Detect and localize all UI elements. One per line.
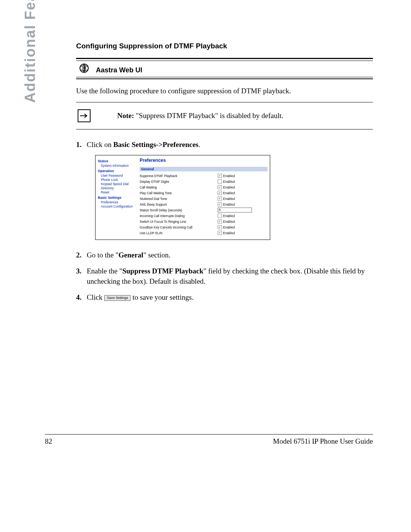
- checkbox[interactable]: ✓: [218, 225, 222, 229]
- nav-item[interactable]: System Information: [101, 164, 136, 168]
- preferences-screenshot: Status System Information Operation User…: [95, 155, 270, 240]
- step-bold: Suppress DTMF Playback: [122, 267, 203, 275]
- nav-item[interactable]: Reset: [101, 190, 136, 194]
- enabled-label: Enabled: [223, 225, 235, 229]
- checkbox[interactable]: ✓: [218, 185, 222, 189]
- enabled-label: Enabled: [223, 203, 235, 206]
- pref-row-control: ✓Enabled: [218, 225, 235, 229]
- screenshot-title: Preferences: [140, 158, 268, 163]
- step-body: Click on Basic Settings->Preferences.: [87, 139, 373, 150]
- enabled-label: Enabled: [223, 214, 235, 218]
- main-content: Configuring Suppression of DTMF Playback…: [76, 42, 373, 308]
- pref-row-label: Status Scroll Delay (seconds): [140, 208, 218, 212]
- enabled-label: Enabled: [223, 191, 235, 195]
- nav-item[interactable]: User Password: [101, 174, 136, 177]
- note-label: Note:: [117, 112, 134, 120]
- pref-row: Switch UI Focus To Ringing Line✓Enabled: [140, 219, 268, 224]
- divider: [76, 78, 373, 79]
- pref-row-control: ✓Enabled: [218, 202, 235, 206]
- nav-heading-operation: Operation: [98, 169, 136, 173]
- checkbox[interactable]: ✓: [218, 231, 222, 235]
- pref-row-control: ✓Enabled: [218, 219, 235, 224]
- pref-row: Display DTMF DigitsEnabled: [140, 179, 268, 184]
- step-item: 3. Enable the "Suppress DTMF Playback" f…: [76, 266, 373, 287]
- checkbox[interactable]: ✓: [218, 202, 222, 206]
- nav-heading-status: Status: [98, 159, 136, 163]
- steps-list: 1. Click on Basic Settings->Preferences.: [76, 139, 373, 150]
- pref-row-label: Incoming Call Interrupts Dialing: [140, 214, 218, 218]
- pref-row-label: Switch UI Focus To Ringing Line: [140, 220, 218, 224]
- nav-item[interactable]: Account Configuration: [101, 204, 136, 208]
- step-text: Click on: [87, 141, 113, 149]
- arrow-right-icon: [78, 109, 91, 122]
- step-body: Enable the "Suppress DTMF Playback" fiel…: [87, 266, 373, 287]
- pref-row: Call Waiting✓Enabled: [140, 184, 268, 190]
- pref-row-control: 5: [218, 208, 252, 212]
- pref-row-label: Suppress DTMF Playback: [140, 174, 218, 178]
- pref-row-control: Enabled: [218, 179, 235, 184]
- section-heading: Configuring Suppression of DTMF Playback: [76, 42, 373, 50]
- text-input[interactable]: 5: [218, 208, 252, 212]
- pref-row: Use LLDP ELIN✓Enabled: [140, 230, 268, 236]
- checkbox[interactable]: [218, 214, 222, 218]
- nav-item-preferences[interactable]: Preferences: [101, 200, 136, 204]
- step-number: 4.: [76, 292, 87, 303]
- divider: [76, 58, 373, 59]
- step-text: Go to the ": [87, 251, 118, 259]
- pref-row-control: Enabled: [218, 214, 235, 218]
- pref-row-label: Display DTMF Digits: [140, 180, 218, 184]
- steps-list-cont: 2. Go to the "General" section. 3. Enabl…: [76, 250, 373, 302]
- step-body: Click Save Settings to save your setting…: [87, 292, 373, 303]
- screenshot-section-bar: General: [140, 167, 268, 171]
- pref-row: Play Call Waiting Tone✓Enabled: [140, 190, 268, 196]
- nav-item[interactable]: Directory: [101, 186, 136, 190]
- enabled-label: Enabled: [223, 174, 235, 178]
- pref-row-label: XML Beep Support: [140, 203, 218, 206]
- checkbox[interactable]: ✓: [218, 197, 222, 201]
- note-body: "Suppress DTMF Playback" is disabled by …: [134, 112, 283, 120]
- enabled-label: Enabled: [223, 197, 235, 201]
- pref-row-control: ✓Enabled: [218, 191, 235, 195]
- step-number: 1.: [76, 139, 87, 150]
- pref-row: Suppress DTMF Playback✓Enabled: [140, 173, 268, 179]
- step-item: 4. Click Save Settings to save your sett…: [76, 292, 373, 303]
- step-body: Go to the "General" section.: [87, 250, 373, 260]
- note-text: Note: "Suppress DTMF Playback" is disabl…: [117, 112, 284, 120]
- pref-row: Status Scroll Delay (seconds)5: [140, 207, 268, 213]
- pref-row: Stuttered Dial Tone✓Enabled: [140, 196, 268, 201]
- pref-row-label: Use LLDP ELIN: [140, 231, 218, 235]
- nav-item[interactable]: Keypad Speed Dial: [101, 182, 136, 186]
- step-number: 2.: [76, 250, 87, 260]
- enabled-label: Enabled: [223, 185, 235, 189]
- pref-row-label: Stuttered Dial Tone: [140, 197, 218, 201]
- checkbox[interactable]: ✓: [218, 191, 222, 195]
- pref-row-label: Play Call Waiting Tone: [140, 191, 218, 195]
- step-number: 3.: [76, 266, 87, 287]
- enabled-label: Enabled: [223, 180, 235, 184]
- pref-row-control: ✓Enabled: [218, 231, 235, 235]
- pref-row-control: ✓Enabled: [218, 197, 235, 201]
- step-text: Enable the ": [87, 267, 122, 275]
- step-text: .: [199, 141, 201, 149]
- step-item: 1. Click on Basic Settings->Preferences.: [76, 139, 373, 150]
- pref-row-control: ✓Enabled: [218, 174, 235, 178]
- step-text: to save your settings.: [131, 293, 193, 301]
- pref-row-control: ✓Enabled: [218, 185, 235, 189]
- checkbox[interactable]: [218, 179, 222, 184]
- nav-item[interactable]: Phone Lock: [101, 178, 136, 182]
- step-text: Click: [87, 293, 104, 301]
- webui-label: Aastra Web UI: [96, 64, 142, 74]
- checkbox[interactable]: ✓: [218, 174, 222, 178]
- enabled-label: Enabled: [223, 220, 235, 224]
- page-number: 82: [45, 437, 52, 446]
- note-block: Note: "Suppress DTMF Playback" is disabl…: [76, 102, 373, 129]
- side-tab-label: Additional Features: [22, 0, 38, 103]
- screenshot-main: Preferences General Suppress DTMF Playba…: [137, 155, 270, 240]
- step-bold: Basic Settings->Preferences: [113, 141, 199, 149]
- guide-title: Model 6751i IP Phone User Guide: [273, 437, 373, 446]
- checkbox[interactable]: ✓: [218, 219, 222, 224]
- nav-heading-basic: Basic Settings: [98, 196, 136, 200]
- pref-row: Incoming Call Interrupts DialingEnabled: [140, 213, 268, 219]
- step-text: " section.: [143, 251, 170, 259]
- save-settings-button[interactable]: Save Settings: [104, 295, 131, 301]
